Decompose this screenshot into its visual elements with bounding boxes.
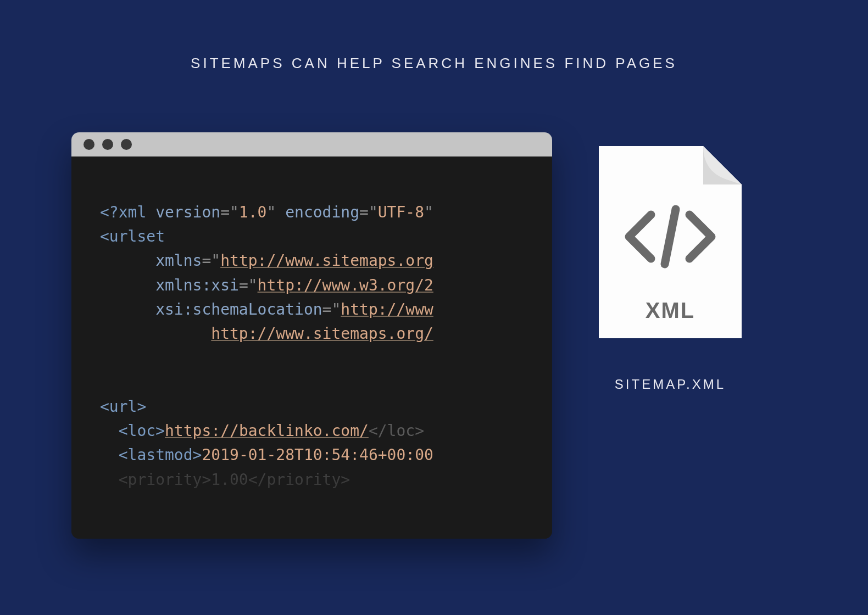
file-type-label: XML [593,298,747,323]
code-token: 1.0 [239,203,267,221]
code-token: encoding [276,203,359,221]
code-token: version [146,203,220,221]
code-token: xmlns [155,251,202,270]
code-token: < [119,422,128,440]
code-token: 2019-01-28T10:54:46+00:00 [202,446,433,464]
code-token: xmlns:xsi [155,276,239,294]
code-token: <? [100,203,119,221]
page-title: SITEMAPS CAN HELP SEARCH ENGINES FIND PA… [71,55,797,72]
code-token: http://www [341,300,433,318]
code-token: > [193,446,202,464]
code-token: " [248,276,258,294]
code-token: " [424,203,433,221]
content-row: <?xml version="1.0" encoding="UTF-8" <ur… [71,132,797,539]
code-token: = [322,300,332,318]
code-token: = [239,276,248,294]
code-token: = [220,203,230,221]
code-token: < [100,398,109,416]
file-column: XML SITEMAP.XML [593,132,747,392]
code-body: <?xml version="1.0" encoding="UTF-8" <ur… [71,156,552,539]
code-token: </loc> [369,422,424,440]
code-token: " [211,251,220,270]
window-titlebar [71,132,552,156]
code-token: > [155,422,165,440]
code-token: http://www.sitemaps.org [220,251,433,270]
code-token: http://www.sitemaps.org/ [211,325,433,343]
code-token: " [331,300,341,318]
code-token: " [369,203,378,221]
xml-file-icon: XML [593,141,747,344]
code-token: xsi:schemaLocation [155,300,322,318]
code-token: url [109,398,137,416]
code-token: </priority> [248,471,350,489]
code-token: priority [128,471,202,489]
code-token: loc [128,422,156,440]
code-token: " [266,203,276,221]
traffic-light-zoom-icon [121,139,132,150]
code-token: urlset [109,227,165,245]
code-window: <?xml version="1.0" encoding="UTF-8" <ur… [71,132,552,539]
code-token: xml [119,203,147,221]
code-token: > [202,471,211,489]
code-token: > [137,398,146,416]
code-token: 1.00 [211,471,248,489]
code-token: < [119,446,128,464]
code-token: http://www.w3.org/2 [258,276,433,294]
code-token: https://backlinko.com/ [165,422,369,440]
code-bracket-icon [593,204,747,272]
code-token: " [230,203,239,221]
code-token: < [100,227,109,245]
traffic-light-minimize-icon [102,139,113,150]
code-token: lastmod [128,446,193,464]
code-token: UTF-8 [378,203,424,221]
code-token: = [359,203,369,221]
code-token: = [202,251,211,270]
traffic-light-close-icon [84,139,94,150]
code-token: < [119,471,128,489]
file-name-label: SITEMAP.XML [615,377,726,392]
